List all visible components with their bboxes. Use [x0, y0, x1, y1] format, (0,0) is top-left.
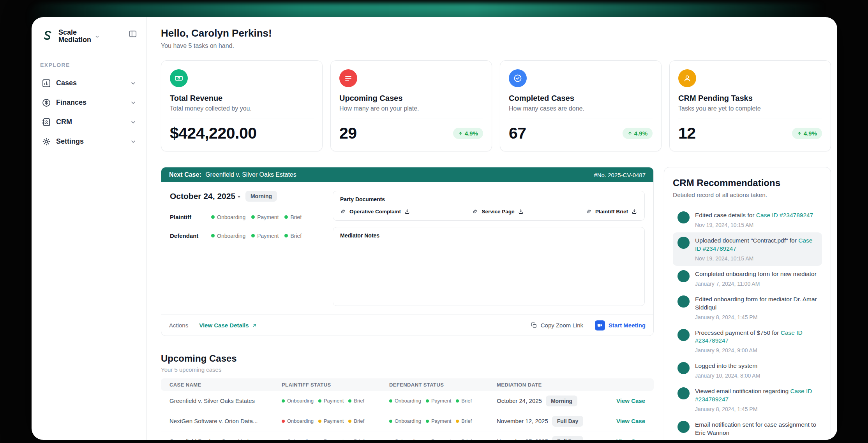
stat-value: 67	[509, 124, 526, 142]
activity-content: Viewed email notification regarding Case…	[695, 387, 817, 412]
document-service-page[interactable]: Service Page	[472, 208, 524, 214]
activity-text: Edited onboarding form for mediator Dr. …	[695, 296, 817, 311]
next-case-footer: Actions View Case Details Copy Zoom Link	[161, 315, 653, 336]
stat-value: $424,220.00	[170, 124, 257, 142]
status-dot	[426, 399, 429, 403]
sidebar-item-finances[interactable]: Finances	[40, 93, 138, 113]
table-header: Case Name Plaintiff Status Defendant Sta…	[161, 378, 654, 391]
status-label: Onboarding	[217, 214, 245, 220]
crm-panel-title: CRM Recommendations	[673, 178, 822, 188]
status-payment: Payment	[251, 233, 279, 239]
start-meeting-button[interactable]: Start Meeting	[595, 320, 646, 330]
chevron-down-icon	[130, 119, 136, 125]
status-dot	[251, 234, 255, 237]
stat-title: Completed Cases	[509, 94, 653, 103]
case-id-link[interactable]: Case ID #234789247	[756, 212, 813, 218]
sidebar-item-settings[interactable]: Settings	[40, 132, 138, 151]
stat-desc: Tasks you are yet to complete	[678, 105, 822, 112]
sidebar-nav: Cases Finances	[40, 74, 138, 151]
status-label: Brief	[354, 398, 364, 404]
copy-zoom-link-button[interactable]: Copy Zoom Link	[531, 322, 583, 329]
status-label: Brief	[354, 438, 364, 440]
sidebar-item-label: CRM	[56, 118, 125, 126]
party-name: Plaintiff	[170, 214, 211, 220]
badge-check-icon	[509, 69, 527, 87]
activity-timestamp: January 9, 2024, 9:00 AM	[695, 347, 817, 353]
activity-text: Uploaded document "Contract.pdf" for	[695, 237, 798, 244]
activity-timestamp: January 7, 2024, 11:00 AM	[695, 281, 817, 287]
status-label: Payment	[324, 438, 344, 440]
external-link-icon	[252, 323, 257, 328]
delta-badge: 4.9%	[792, 128, 822, 139]
arrow-up-icon	[458, 131, 463, 136]
status-dot	[318, 399, 321, 403]
status-dot	[282, 420, 285, 423]
status-dot	[456, 399, 459, 403]
mediator-notes-box[interactable]: Mediator Notes	[333, 227, 645, 306]
mediation-date-cell: November 12, 2025 Full Day	[497, 416, 608, 427]
party-documents-box: Party Documents Operative Complaint	[333, 191, 645, 221]
chevron-down-icon	[95, 34, 100, 39]
view-case-link[interactable]: View Case	[616, 418, 645, 424]
chevron-down-icon	[130, 100, 136, 106]
time-of-day-badge: Morning	[546, 396, 577, 406]
paperclip-icon	[340, 208, 346, 214]
sidebar-toggle-icon[interactable]	[128, 29, 138, 39]
crm-activity-list: Edited case details for Case ID #2347892…	[673, 207, 822, 440]
upcoming-cases-section: Upcoming Cases Your 5 upcoming cases Cas…	[161, 353, 654, 440]
stat-card-crm-pending-tasks: CRM Pending Tasks Tasks you are yet to c…	[669, 60, 831, 151]
stat-card-completed-cases: Completed Cases How many cases are done.…	[500, 60, 662, 151]
party-status-row: Plaintiff Onboarding Payment	[170, 214, 323, 220]
plaintiff-status-cell: Onboarding Payment Brief	[282, 398, 389, 404]
party-documents-row: Operative Complaint Service Page	[340, 208, 637, 214]
page-title: Hello, Carolyn Perkins!	[161, 27, 831, 39]
document-plaintiff-brief[interactable]: Plaintiff Brief	[586, 208, 637, 214]
dollar-circle-icon	[42, 98, 51, 107]
activity-text: Processed payment of $750 for	[695, 329, 781, 336]
sidebar-item-label: Finances	[56, 98, 125, 107]
view-case-details-link[interactable]: View Case Details	[199, 322, 257, 329]
defendant-status-cell: Onboarding Payment Brief	[389, 398, 497, 404]
arrow-up-icon	[797, 131, 802, 136]
view-case-link[interactable]: View Case	[616, 438, 645, 440]
action-cell: View Case	[608, 438, 645, 440]
next-case-label: Next Case:	[169, 171, 201, 178]
list-item: Uploaded document "Contract.pdf" for Cas…	[673, 232, 822, 266]
column-header-defendant-status: Defendant Status	[389, 382, 497, 388]
status-label: Payment	[324, 418, 344, 424]
page: Scale Mediation EXPLORE Case	[0, 0, 868, 443]
next-case-panel: Next Case: Greenfield v. Silver Oaks Est…	[161, 167, 654, 336]
mediation-date-cell: October 24, 2025 Morning	[497, 396, 608, 406]
list-icon	[339, 69, 357, 87]
status-label: Brief	[290, 214, 302, 220]
document-operative-complaint[interactable]: Operative Complaint	[340, 208, 410, 214]
status-dot	[456, 440, 459, 440]
delta-badge: 4.9%	[453, 128, 483, 139]
next-case-footer-actions: Copy Zoom Link Start Meeting	[531, 320, 646, 330]
brand[interactable]: Scale Mediation	[40, 29, 100, 44]
status-label: Brief	[461, 418, 472, 424]
status-label: Onboarding	[395, 438, 421, 440]
download-icon	[518, 208, 524, 214]
paperclip-icon	[472, 208, 478, 214]
sidebar-item-crm[interactable]: CRM	[40, 113, 138, 132]
view-case-link[interactable]: View Case	[616, 397, 645, 404]
status-dot	[282, 399, 285, 403]
sidebar-item-cases[interactable]: Cases	[40, 74, 138, 93]
avatar	[677, 329, 690, 341]
status-dot	[348, 440, 351, 440]
status-dot	[318, 420, 321, 423]
party-name: Defendant	[170, 232, 211, 239]
status-label: Payment	[431, 438, 451, 440]
activity-content: Completed onboarding form for new mediat…	[695, 270, 817, 287]
status-brief: Brief	[284, 233, 302, 239]
download-icon	[404, 208, 410, 214]
avatar	[677, 270, 690, 282]
delta-value: 4.9%	[634, 130, 647, 137]
crm-panel-subtitle: Detailed record of all actions taken.	[673, 192, 822, 199]
next-case-documents-column: Party Documents Operative Complaint	[333, 191, 645, 306]
stat-bottom: 29 4.9%	[339, 118, 483, 142]
party-documents-title: Party Documents	[340, 196, 637, 202]
main-content: Hello, Carolyn Perkins! You have 5 tasks…	[147, 17, 837, 440]
status-dot	[211, 234, 215, 237]
